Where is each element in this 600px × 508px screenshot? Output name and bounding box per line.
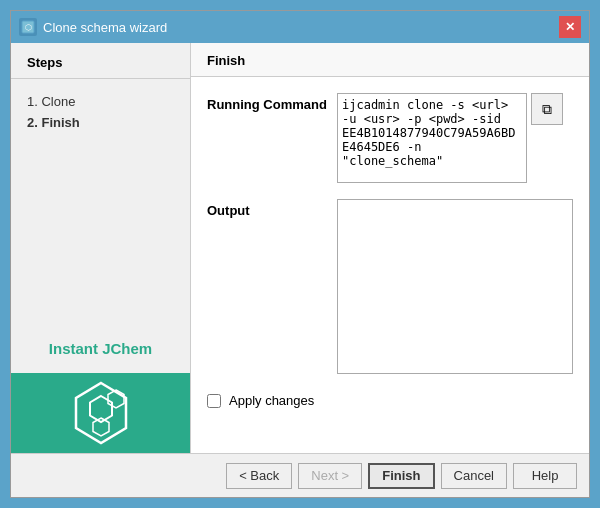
output-textarea[interactable] [337, 199, 573, 374]
main-panel: Finish Running Command ⧉ Output [191, 43, 589, 453]
steps-header: Steps [11, 43, 190, 79]
sidebar: Steps 1. Clone 2. Finish Instant JChem [11, 43, 191, 453]
sidebar-logo [11, 373, 190, 453]
cancel-button[interactable]: Cancel [441, 463, 507, 489]
content-area: Steps 1. Clone 2. Finish Instant JChem [11, 43, 589, 453]
apply-label: Apply changes [229, 393, 314, 408]
copy-button[interactable]: ⧉ [531, 93, 563, 125]
apply-checkbox[interactable] [207, 394, 221, 408]
running-command-label: Running Command [207, 93, 337, 112]
step-finish: 2. Finish [27, 112, 174, 133]
step2-label: Finish [41, 115, 79, 130]
output-row: Output [207, 199, 573, 377]
command-textarea[interactable] [337, 93, 527, 183]
copy-icon: ⧉ [542, 101, 552, 118]
running-command-row: Running Command ⧉ [207, 93, 573, 183]
titlebar: ⬡ Clone schema wizard ✕ [11, 11, 589, 43]
step1-label: Clone [41, 94, 75, 109]
panel-body: Running Command ⧉ Output [191, 77, 589, 453]
app-icon: ⬡ [19, 18, 37, 36]
back-button[interactable]: < Back [226, 463, 292, 489]
hex-logo-icon [66, 378, 136, 448]
window-title: Clone schema wizard [43, 20, 167, 35]
svg-marker-5 [93, 418, 109, 436]
step1-number: 1. [27, 94, 41, 109]
command-container: ⧉ [337, 93, 573, 183]
steps-list: 1. Clone 2. Finish [11, 79, 190, 324]
footer: < Back Next > Finish Cancel Help [11, 453, 589, 497]
step2-number: 2. [27, 115, 41, 130]
svg-text:⬡: ⬡ [25, 23, 32, 32]
close-button[interactable]: ✕ [559, 16, 581, 38]
help-button[interactable]: Help [513, 463, 577, 489]
apply-row: Apply changes [207, 393, 573, 408]
brand-name: Instant JChem [11, 324, 190, 373]
output-label: Output [207, 199, 337, 218]
step-clone: 1. Clone [27, 91, 174, 112]
main-window: ⬡ Clone schema wizard ✕ Steps 1. Clone 2… [10, 10, 590, 498]
finish-button[interactable]: Finish [368, 463, 434, 489]
next-button[interactable]: Next > [298, 463, 362, 489]
output-container [337, 199, 573, 377]
panel-title: Finish [191, 43, 589, 77]
titlebar-left: ⬡ Clone schema wizard [19, 18, 167, 36]
